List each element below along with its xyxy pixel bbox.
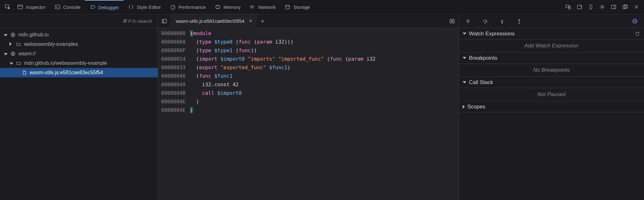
tab-label: Debugger [98, 5, 119, 10]
tree-item-label: webassembly-examples [24, 41, 78, 47]
chevron-down-icon [463, 57, 466, 59]
run-button[interactable] [446, 14, 459, 28]
tab-inspector[interactable]: Inspector [13, 0, 50, 14]
editor-panel: wasm-utils.js:e581cae83ec55f54 × 0000000… [158, 14, 459, 200]
responsive-design-button[interactable] [563, 2, 573, 12]
source-tab-label: wasm-utils.js:e581cae83ec55f54 [176, 18, 245, 24]
tab-label: Memory [223, 4, 240, 10]
globe-icon [10, 51, 16, 57]
chevron-down-icon [463, 33, 466, 35]
tab-label: Console [63, 4, 81, 10]
svg-rect-3 [55, 5, 60, 9]
tab-style-editor[interactable]: Style Editor [124, 0, 166, 14]
tab-network[interactable]: Network [245, 0, 280, 14]
tree-item-label: wasm-utils.js:e581cae83ec55f54 [30, 70, 103, 76]
svg-rect-34 [162, 19, 166, 23]
file-icon [21, 70, 27, 76]
tree-item-label: mdn.github.io/webassembly-example [24, 60, 107, 66]
new-tab-button[interactable] [256, 14, 269, 28]
callstack-header[interactable]: Call Stack [459, 77, 644, 88]
svg-rect-1 [18, 5, 23, 9]
step-out-button[interactable] [514, 16, 525, 27]
code-content[interactable]: (module (type $type0 (func (param i32)))… [189, 28, 376, 200]
settings-button[interactable] [597, 2, 607, 12]
scopes-header[interactable]: Scopes [459, 101, 644, 112]
tree-item[interactable]: wasm-utils.js:e581cae83ec55f54 [0, 68, 158, 77]
section-title: Scopes [467, 104, 485, 110]
breakpoints-header[interactable]: Breakpoints [459, 52, 644, 64]
svg-rect-22 [611, 5, 616, 9]
pick-element-button[interactable] [3, 2, 13, 12]
tab-label: Network [258, 4, 276, 10]
tab-storage[interactable]: Storage [280, 0, 314, 14]
section-title: Call Stack [469, 79, 493, 86]
devtools-toolbar: Inspector Console Debugger Style Editor … [0, 0, 644, 14]
debugger-sidebar: Watch Expressions Add Watch Expression B… [459, 14, 644, 200]
dock-side-button[interactable] [609, 2, 619, 12]
chevron-right-icon [463, 105, 465, 109]
folder-icon [16, 41, 21, 47]
close-tab-button[interactable]: × [248, 17, 254, 25]
watch-expressions-header[interactable]: Watch Expressions [459, 28, 644, 39]
svg-marker-39 [452, 20, 453, 22]
chevron-down-icon [9, 63, 13, 65]
tree-item[interactable]: mdn.github.io/webassembly-example [0, 58, 158, 68]
breakpoints-toggle-button[interactable] [629, 16, 640, 27]
section-title: Watch Expressions [469, 31, 515, 37]
watch-expressions-body[interactable]: Add Watch Expression [459, 39, 644, 52]
sources-tree: mdn.github.iowebassembly-exampleswasm://… [0, 28, 158, 77]
chevron-down-icon [4, 34, 8, 36]
chevron-down-icon [463, 81, 466, 83]
callstack-body: Not Paused [459, 88, 644, 101]
tree-item[interactable]: mdn.github.io [0, 30, 158, 39]
folder-icon [16, 60, 21, 66]
svg-point-42 [485, 22, 486, 23]
svg-point-47 [633, 19, 637, 23]
step-in-button[interactable] [497, 16, 507, 27]
tab-debugger[interactable]: Debugger [85, 0, 124, 14]
tree-item[interactable]: webassembly-examples [0, 39, 158, 49]
close-devtools-button[interactable] [631, 2, 641, 12]
globe-icon [10, 32, 16, 38]
svg-point-44 [502, 22, 503, 23]
toggle-sources-button[interactable] [158, 14, 171, 28]
pause-button[interactable] [463, 16, 473, 27]
separate-window-button[interactable] [620, 2, 630, 12]
tab-memory[interactable]: Memory [210, 0, 245, 14]
step-over-button[interactable] [480, 16, 490, 27]
tree-item-label: mdn.github.io [18, 32, 49, 38]
svg-rect-20 [590, 5, 592, 9]
source-tab[interactable]: wasm-utils.js:e581cae83ec55f54 × [171, 14, 256, 28]
section-title: Breakpoints [469, 55, 497, 61]
tab-performance[interactable]: Performance [165, 0, 210, 14]
tree-item-label: wasm:// [18, 51, 36, 57]
code-gutter[interactable]: 000000000000000A0000000F0000001400000033… [158, 28, 189, 200]
iframe-select-button[interactable] [574, 2, 585, 12]
svg-rect-6 [216, 6, 220, 8]
chevron-right-icon [9, 42, 12, 46]
tab-label: Storage [293, 4, 310, 10]
chevron-down-icon [4, 53, 8, 55]
svg-rect-24 [623, 6, 626, 9]
tree-item[interactable]: wasm:// [0, 49, 158, 58]
breakpoints-body: No Breakpoints [459, 64, 644, 77]
sources-panel: ⌘ P to search mdn.github.iowebassembly-e… [0, 14, 158, 200]
svg-rect-25 [624, 5, 628, 8]
svg-point-46 [519, 22, 520, 23]
svg-point-21 [602, 6, 603, 8]
svg-point-16 [286, 5, 290, 6]
device-button[interactable] [586, 2, 596, 12]
tab-label: Inspector [26, 4, 46, 10]
tab-label: Style Editor [137, 4, 161, 10]
refresh-icon[interactable] [635, 31, 640, 37]
tab-label: Performance [179, 4, 206, 10]
sources-search-hint[interactable]: ⌘ P to search [0, 14, 158, 28]
tab-console[interactable]: Console [50, 0, 85, 14]
